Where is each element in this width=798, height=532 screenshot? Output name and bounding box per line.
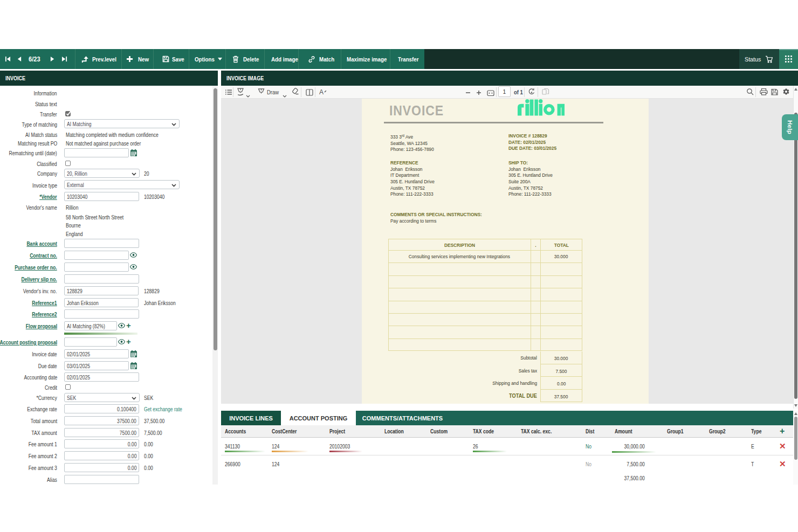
svg-text:A: A [319,88,324,96]
